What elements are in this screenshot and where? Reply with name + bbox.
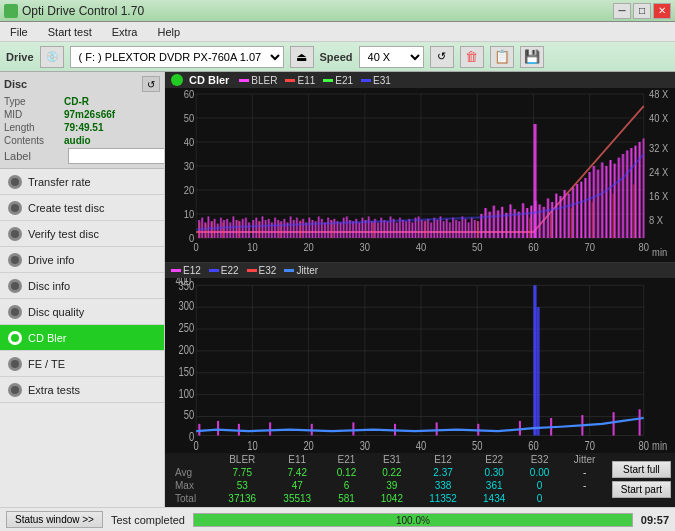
svg-rect-97 (377, 222, 379, 238)
legend-jitter: Jitter (284, 265, 318, 276)
nav-label-disc-quality: Disc quality (28, 306, 84, 318)
sidebar-item-transfer-rate[interactable]: Transfer rate (0, 169, 164, 195)
chart-top-title-bar: CD Bler BLER E11 E21 (165, 72, 675, 88)
action-buttons: Start full Start part (612, 453, 671, 505)
max-e31: 39 (368, 479, 415, 492)
svg-text:40: 40 (184, 136, 195, 148)
copy-button[interactable]: 📋 (490, 46, 514, 68)
svg-text:100: 100 (179, 386, 195, 400)
disc-refresh-button[interactable]: ↺ (142, 76, 160, 92)
svg-rect-229 (217, 421, 219, 436)
chart-top-legend: BLER E11 E21 E31 (239, 75, 391, 86)
drive-select[interactable]: ( F: ) PLEXTOR DVDR PX-760A 1.07 (70, 46, 284, 68)
chart-bottom-body: 0 50 100 150 200 250 300 350 400 0 10 20… (165, 278, 675, 453)
erase-button[interactable]: 🗑 (460, 46, 484, 68)
svg-rect-131 (485, 208, 487, 238)
save-button[interactable]: 💾 (520, 46, 544, 68)
sidebar-item-cd-bler[interactable]: CD Bler (0, 325, 164, 351)
sidebar-item-disc-quality[interactable]: Disc quality (0, 299, 164, 325)
svg-text:60: 60 (528, 439, 538, 453)
svg-text:400: 400 (175, 278, 191, 288)
sidebar-item-fe-te[interactable]: FE / TE (0, 351, 164, 377)
disc-length-row: Length 79:49.51 (4, 122, 160, 133)
svg-rect-241 (639, 409, 641, 435)
chart-top-body: 0 10 20 30 40 50 60 0 10 20 30 40 50 60 … (165, 88, 675, 262)
title-bar-buttons: ─ □ ✕ (613, 3, 671, 19)
svg-text:32 X: 32 X (649, 142, 668, 154)
svg-rect-126 (468, 222, 470, 238)
sidebar-item-verify-test-disc[interactable]: Verify test disc (0, 221, 164, 247)
svg-rect-162 (609, 160, 611, 238)
data-section: BLER E11 E21 E31 E12 E22 E32 Jitter Avg (165, 453, 675, 507)
svg-rect-70 (293, 220, 295, 238)
svg-rect-235 (436, 422, 438, 435)
disc-label-input[interactable] (68, 148, 165, 164)
content-area: CD Bler BLER E11 E21 (165, 72, 675, 507)
sidebar-item-drive-info[interactable]: Drive info (0, 247, 164, 273)
svg-rect-76 (312, 220, 314, 238)
start-full-button[interactable]: Start full (612, 461, 671, 478)
svg-rect-152 (572, 188, 574, 238)
speed-select[interactable]: 40 X (359, 46, 424, 68)
svg-rect-233 (352, 422, 354, 435)
max-e32: 0 (518, 479, 561, 492)
sidebar-item-extra-tests[interactable]: Extra tests (0, 377, 164, 403)
svg-rect-154 (580, 182, 582, 238)
disc-mid-value: 97m26s66f (64, 109, 115, 120)
svg-rect-175 (238, 220, 239, 238)
total-jitter (561, 492, 608, 505)
menu-file[interactable]: File (4, 24, 34, 40)
svg-rect-115 (434, 218, 436, 238)
disc-length-key: Length (4, 122, 64, 133)
row-label-avg: Avg (169, 466, 215, 479)
svg-text:10: 10 (247, 242, 258, 254)
svg-rect-61 (265, 220, 267, 238)
status-time: 09:57 (641, 514, 669, 526)
svg-rect-172 (206, 224, 207, 238)
svg-text:80: 80 (639, 439, 649, 453)
refresh-speed-button[interactable]: ↺ (430, 46, 454, 68)
svg-text:150: 150 (179, 364, 195, 378)
disc-label-row: Label ⚙ (4, 148, 160, 164)
disc-type-row: Type CD-R (4, 96, 160, 107)
nav-label-verify-test-disc: Verify test disc (28, 228, 99, 240)
total-e12: 11352 (416, 492, 471, 505)
maximize-button[interactable]: □ (633, 3, 651, 19)
status-window-button[interactable]: Status window >> (6, 511, 103, 528)
svg-rect-81 (327, 218, 329, 238)
svg-rect-95 (371, 221, 373, 238)
minimize-button[interactable]: ─ (613, 3, 631, 19)
menu-extra[interactable]: Extra (106, 24, 144, 40)
nav-label-fe-te: FE / TE (28, 358, 65, 370)
menu-start-test[interactable]: Start test (42, 24, 98, 40)
svg-rect-106 (405, 221, 407, 238)
disc-length-value: 79:49.51 (64, 122, 103, 133)
svg-rect-174 (222, 222, 223, 238)
close-button[interactable]: ✕ (653, 3, 671, 19)
svg-rect-69 (290, 216, 292, 238)
max-e11: 47 (270, 479, 325, 492)
sidebar-item-create-test-disc[interactable]: Create test disc (0, 195, 164, 221)
svg-rect-80 (324, 222, 326, 238)
menu-help[interactable]: Help (151, 24, 186, 40)
svg-text:60: 60 (528, 242, 539, 254)
sidebar-item-disc-info[interactable]: Disc info (0, 273, 164, 299)
max-bler: 53 (215, 479, 270, 492)
svg-rect-181 (425, 220, 426, 238)
eject-button[interactable]: ⏏ (290, 46, 314, 68)
svg-rect-149 (559, 196, 561, 238)
svg-rect-176 (259, 221, 260, 238)
svg-rect-91 (359, 222, 361, 238)
svg-rect-173 (212, 221, 213, 238)
svg-rect-107 (409, 219, 411, 238)
start-part-button[interactable]: Start part (612, 481, 671, 498)
title-bar: Opti Drive Control 1.70 ─ □ ✕ (0, 0, 675, 22)
svg-rect-46 (217, 224, 219, 238)
nav-icon-drive-info (8, 253, 22, 267)
svg-rect-185 (571, 208, 572, 238)
legend-e12: E12 (171, 265, 201, 276)
svg-rect-155 (584, 178, 586, 238)
svg-rect-137 (510, 204, 512, 238)
avg-e12: 2.37 (416, 466, 471, 479)
svg-rect-150 (564, 190, 566, 238)
